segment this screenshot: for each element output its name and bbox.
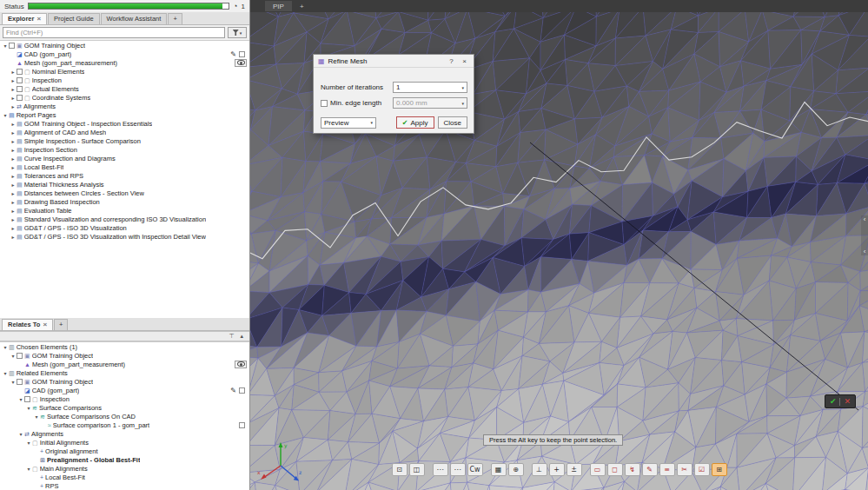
select-through-surface-button[interactable]: ◫: [409, 463, 425, 476]
cancel-icon[interactable]: ✕: [844, 397, 851, 406]
expander-icon[interactable]: ▸: [10, 225, 17, 231]
edge-length-field[interactable]: 0.000 mm ▾: [393, 97, 467, 109]
add-tab-button[interactable]: +: [168, 13, 182, 24]
tree-row[interactable]: ▸▤Curve Inspection and Diagrams: [0, 154, 249, 162]
tree-row[interactable]: ⊞Prealignment - Global Best-Fit: [0, 455, 249, 464]
tree-row[interactable]: ▸▢Coordinate Systems: [0, 93, 249, 102]
expander-icon[interactable]: ▸: [10, 182, 17, 188]
expander-icon[interactable]: ▾: [2, 43, 9, 49]
show-grid-button[interactable]: ▦: [491, 463, 507, 476]
tree-row[interactable]: ▸▤Material Thickness Analysis: [0, 180, 249, 189]
cw-mode-button[interactable]: Cw: [467, 463, 483, 476]
tab-pip[interactable]: PIP: [265, 1, 292, 11]
visibility-checkbox[interactable]: [17, 86, 23, 92]
tree-row[interactable]: ▾≋Surface Comparisons On CAD: [0, 412, 249, 420]
tree-row[interactable]: ▸▤Local Best-Fit: [0, 162, 249, 171]
tree-row[interactable]: ▸▤GD&T / GPS - ISO 3D Visualization: [0, 223, 249, 232]
tree-row[interactable]: ▲Mesh (gom_part_measurement): [0, 58, 249, 67]
tree-row[interactable]: ◪CAD (gom_part)✎: [0, 386, 249, 394]
tree-row[interactable]: ▾▣GOM Training Object: [0, 377, 249, 386]
expander-icon[interactable]: ▾: [25, 466, 32, 472]
selection-checkbox[interactable]: [239, 387, 245, 394]
selection-checkbox[interactable]: [239, 51, 245, 57]
add-element-button[interactable]: ⊕: [508, 463, 524, 476]
tree-row[interactable]: +RPS: [0, 481, 249, 490]
tree-row[interactable]: +Original alignment: [0, 447, 249, 455]
tree-row[interactable]: ▸▤GOM Training Object - Inspection Essen…: [0, 119, 249, 128]
square-selection-button[interactable]: ◻: [607, 463, 623, 476]
filter-button[interactable]: ▾: [228, 27, 247, 38]
expander-icon[interactable]: ▸: [10, 86, 17, 92]
visibility-checkbox[interactable]: [17, 69, 23, 75]
tree-row[interactable]: ▸▤Drawing Based Inspection: [0, 197, 249, 206]
visibility-checkbox[interactable]: [24, 396, 30, 402]
apply-selection-button[interactable]: ☑: [694, 463, 710, 476]
tree-row[interactable]: ▾⇄Alignments: [0, 429, 249, 438]
select-on-surface-button[interactable]: ⊡: [392, 463, 407, 476]
lightning-selection-button[interactable]: ↯: [625, 463, 640, 476]
tree-row[interactable]: ◪CAD (gom_part)✎: [0, 50, 249, 58]
expander-icon[interactable]: ▾: [17, 396, 24, 402]
visibility-checkbox[interactable]: [17, 379, 23, 385]
tree-row[interactable]: ▸▤Evaluation Table: [0, 206, 249, 215]
tree-row[interactable]: +Local Best-Fit: [0, 473, 249, 481]
pin-button[interactable]: ⊤: [229, 333, 234, 340]
expander-icon[interactable]: ▸: [10, 190, 17, 196]
visibility-checkbox[interactable]: [9, 43, 15, 49]
add-view-button[interactable]: +: [300, 3, 304, 10]
expander-icon[interactable]: ▸: [10, 121, 17, 127]
dialog-title-bar[interactable]: ▦ Refine Mesh ? ×: [314, 55, 474, 68]
edit-icon[interactable]: ✎: [230, 387, 236, 394]
tree-row[interactable]: ▸▢Nominal Elements: [0, 67, 249, 76]
tree-row[interactable]: ▾▣GOM Training Object: [0, 351, 249, 360]
expander-icon[interactable]: ▸: [10, 208, 17, 214]
tree-row[interactable]: ▾▣GOM Training Object: [0, 41, 249, 50]
tree-row[interactable]: ▾≋Surface Comparisons: [0, 403, 249, 412]
iterations-combo[interactable]: 1 ▾: [393, 82, 467, 93]
tree-row[interactable]: ▸▢Inspection: [0, 76, 249, 84]
expander-icon[interactable]: ▸: [10, 103, 17, 109]
visibility-checkbox[interactable]: [17, 77, 23, 83]
visibility-toggle[interactable]: [235, 59, 247, 67]
tree-row[interactable]: ▸▤Inspection Section: [0, 145, 249, 154]
tree-row[interactable]: ▸⇄Alignments: [0, 102, 249, 110]
tree-row[interactable]: ▾▢Inspection: [0, 394, 249, 403]
tree-row[interactable]: ▸▤Distances between Circles - Section Vi…: [0, 189, 249, 197]
tree-row[interactable]: ▸▤GD&T / GPS - ISO 3D Visualization with…: [0, 232, 249, 241]
draw-selection-button[interactable]: ✎: [642, 463, 658, 476]
visibility-checkbox[interactable]: [17, 95, 23, 101]
tree-row[interactable]: ▲Mesh (gom_part_measurement): [0, 360, 249, 368]
tree-row[interactable]: ▸▢Actual Elements: [0, 84, 249, 93]
selection-checkbox[interactable]: [239, 422, 245, 428]
expander-icon[interactable]: ▸: [10, 77, 17, 83]
tree-row[interactable]: ▾▢Initial Alignments: [0, 438, 249, 447]
expander-icon[interactable]: ▸: [10, 69, 17, 75]
expander-icon[interactable]: ▸: [10, 173, 17, 179]
tree-row[interactable]: ▸▤Standard Visualization and correspondi…: [0, 215, 249, 223]
tab-workflow-assistant[interactable]: Workflow Assistant: [101, 13, 168, 24]
viewport-edge-handle[interactable]: ‹ ‹: [861, 215, 868, 255]
tree-row[interactable]: ▾▥Related Elements: [0, 368, 249, 377]
zoom-in-button[interactable]: +: [549, 463, 565, 476]
tab-explorer[interactable]: Explorer ×: [2, 13, 47, 24]
add-tab-button[interactable]: +: [54, 319, 68, 330]
preview-combo[interactable]: Preview ▾: [321, 117, 376, 129]
close-icon[interactable]: ×: [36, 15, 41, 23]
expander-icon[interactable]: ▸: [10, 95, 17, 101]
expander-icon[interactable]: ▸: [10, 147, 17, 153]
tree-row[interactable]: ▾▤Report Pages: [0, 110, 249, 119]
visibility-toggle[interactable]: [235, 361, 247, 368]
apply-button[interactable]: ✔ Apply: [396, 116, 434, 129]
expander-icon[interactable]: ▸: [10, 234, 17, 240]
help-button[interactable]: ?: [447, 57, 456, 65]
toggle-deviation-button[interactable]: ±: [567, 463, 582, 476]
expander-icon[interactable]: ▾: [2, 344, 9, 350]
expander-icon[interactable]: ▸: [10, 129, 17, 136]
tree-row[interactable]: ▸▤Alignment of CAD and Mesh: [0, 128, 249, 136]
close-icon[interactable]: ×: [460, 57, 469, 65]
expand-selection-button[interactable]: ⊞: [712, 463, 727, 476]
expander-icon[interactable]: ▾: [2, 370, 9, 376]
cut-selection-button[interactable]: ✂: [677, 463, 692, 476]
expander-icon[interactable]: ▾: [10, 379, 17, 385]
expander-icon[interactable]: ▾: [17, 431, 24, 437]
